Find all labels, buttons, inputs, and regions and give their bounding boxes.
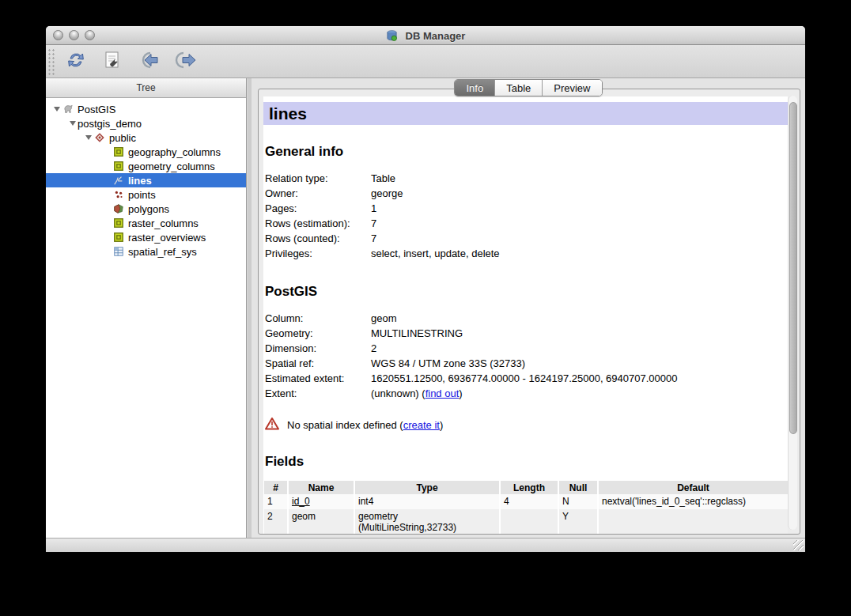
find-out-link[interactable]: find out xyxy=(426,387,460,399)
tree-item-label: PostGIS xyxy=(78,104,115,115)
postgis-info-list: Column:geom Geometry:MULTILINESTRING Dim… xyxy=(263,311,788,401)
tree-item-label: polygons xyxy=(128,203,169,215)
kv-label: Extent: xyxy=(263,386,371,401)
tab-preview[interactable]: Preview xyxy=(543,80,601,96)
kv-label: Column: xyxy=(263,311,371,326)
warning-text: No spatial index defined (create it) xyxy=(287,419,443,431)
tree-item-label: lines xyxy=(128,175,152,187)
col-header-num: # xyxy=(264,481,288,494)
export-to-file-button[interactable] xyxy=(169,48,201,75)
kv-label: Dimension: xyxy=(263,341,371,356)
tree-item-polygons[interactable]: polygons xyxy=(46,202,246,216)
tree-item-label: spatial_ref_sys xyxy=(128,246,197,258)
sql-window-icon xyxy=(104,51,121,73)
scrollbar-thumb[interactable] xyxy=(789,102,797,434)
tree-item-public-schema[interactable]: public xyxy=(46,130,246,145)
tree-item-geography-columns[interactable]: geography_columns xyxy=(46,145,246,159)
tree-item-label: geography_columns xyxy=(128,146,221,158)
tab-info[interactable]: Info xyxy=(455,80,495,96)
general-info-heading: General info xyxy=(265,144,788,160)
kv-label: Spatial ref: xyxy=(263,356,371,371)
polygons-layer-icon xyxy=(112,202,125,215)
kv-value: Table xyxy=(371,171,395,186)
sql-window-button[interactable] xyxy=(96,48,128,75)
geo-table-icon xyxy=(112,160,125,172)
tree-item-points[interactable]: points xyxy=(46,187,246,202)
toolbar-grip[interactable] xyxy=(47,48,55,75)
geo-table-icon xyxy=(112,145,125,158)
export-arrow-icon xyxy=(174,51,196,73)
tree-item-lines[interactable]: lines xyxy=(46,173,246,187)
kv-value: MULTILINESTRING xyxy=(371,326,463,341)
tree-item-postgis-demo[interactable]: postgis_demo xyxy=(46,116,246,130)
tree-item-geometry-columns[interactable]: geometry_columns xyxy=(46,159,246,173)
table-grid-icon xyxy=(112,245,125,258)
tree-item-postgis[interactable]: PostGIS xyxy=(46,102,246,116)
title-bar: DB Manager xyxy=(46,26,805,45)
kv-label: Rows (estimation): xyxy=(263,216,371,231)
extent-suffix: ) xyxy=(459,387,462,399)
tree-item-raster-columns[interactable]: raster_columns xyxy=(46,216,246,230)
tree-panel: Tree PostGIS postgis_demo xyxy=(46,78,247,538)
kv-label: Privileges: xyxy=(263,246,371,261)
tree-item-label: raster_columns xyxy=(128,217,199,229)
schema-diamond-icon xyxy=(93,131,106,144)
refresh-icon xyxy=(66,50,86,74)
kv-label: Owner: xyxy=(263,186,371,201)
refresh-button[interactable] xyxy=(60,48,92,75)
tree-panel-header: Tree xyxy=(46,78,246,98)
kv-value: 1 xyxy=(371,201,376,216)
expand-triangle-icon[interactable] xyxy=(52,107,62,111)
tree-item-label: points xyxy=(128,189,156,201)
import-layer-button[interactable] xyxy=(133,48,165,75)
db-manager-window: DB Manager T xyxy=(46,26,805,552)
database-icon xyxy=(386,29,399,42)
kv-value: select, insert, update, delete xyxy=(371,246,500,261)
fields-heading: Fields xyxy=(265,454,788,470)
fields-header-row: # Name Type Length Null Default xyxy=(264,481,788,494)
tree-item-label: raster_overviews xyxy=(128,232,206,244)
fields-table: # Name Type Length Null Default xyxy=(264,481,788,534)
points-layer-icon xyxy=(112,188,125,201)
resize-grip[interactable] xyxy=(793,540,804,550)
field-row: 1 id_0 int4 4 N nextval('lines_id_0_seq'… xyxy=(264,494,788,509)
status-bar xyxy=(46,538,805,552)
postgis-heading: PostGIS xyxy=(265,284,788,300)
kv-label: Relation type: xyxy=(263,171,371,186)
geo-table-icon xyxy=(112,217,125,229)
kv-label: Estimated extent: xyxy=(263,371,371,386)
kv-value: 1620551.12500, 6936774.00000 - 1624197.2… xyxy=(371,371,678,386)
col-header-default: Default xyxy=(598,481,788,494)
expand-triangle-icon[interactable] xyxy=(68,121,78,126)
tree-item-label: public xyxy=(109,132,136,144)
extent-value: (unknown) (find out) xyxy=(371,386,463,401)
window-title: DB Manager xyxy=(406,30,466,42)
tab-table[interactable]: Table xyxy=(495,80,543,96)
kv-value: george xyxy=(371,186,403,201)
col-header-null: Null xyxy=(558,481,598,494)
toolbar xyxy=(46,45,805,78)
kv-label: Rows (counted): xyxy=(263,231,371,246)
lines-layer-icon xyxy=(112,174,125,187)
main-area: Tree PostGIS postgis_demo xyxy=(46,78,805,538)
tree-item-spatial-ref-sys[interactable]: spatial_ref_sys xyxy=(46,244,246,259)
info-viewport: lines General info Relation type:Table O… xyxy=(263,96,788,534)
vertical-scrollbar[interactable] xyxy=(788,96,797,530)
tree-item-raster-overviews[interactable]: raster_overviews xyxy=(46,230,246,244)
info-frame: lines General info Relation type:Table O… xyxy=(258,89,800,535)
kv-value: WGS 84 / UTM zone 33S (32733) xyxy=(371,356,525,371)
tree-item-label: postgis_demo xyxy=(78,118,142,130)
expand-triangle-icon[interactable] xyxy=(84,135,93,140)
detail-pane: lines General info Relation type:Table O… xyxy=(252,78,805,538)
warning-triangle-icon xyxy=(265,418,279,433)
postgis-elephant-icon xyxy=(62,103,74,115)
warning-prefix: No spatial index defined ( xyxy=(287,419,403,431)
import-arrow-icon xyxy=(138,51,160,73)
warning-suffix: ) xyxy=(440,419,443,431)
kv-label: Pages: xyxy=(263,201,371,216)
kv-value: 7 xyxy=(371,231,376,246)
tab-bar: Info Table Preview xyxy=(252,79,805,96)
kv-value: geom xyxy=(371,311,397,326)
extent-prefix: (unknown) ( xyxy=(371,387,426,399)
create-it-link[interactable]: create it xyxy=(403,419,440,431)
